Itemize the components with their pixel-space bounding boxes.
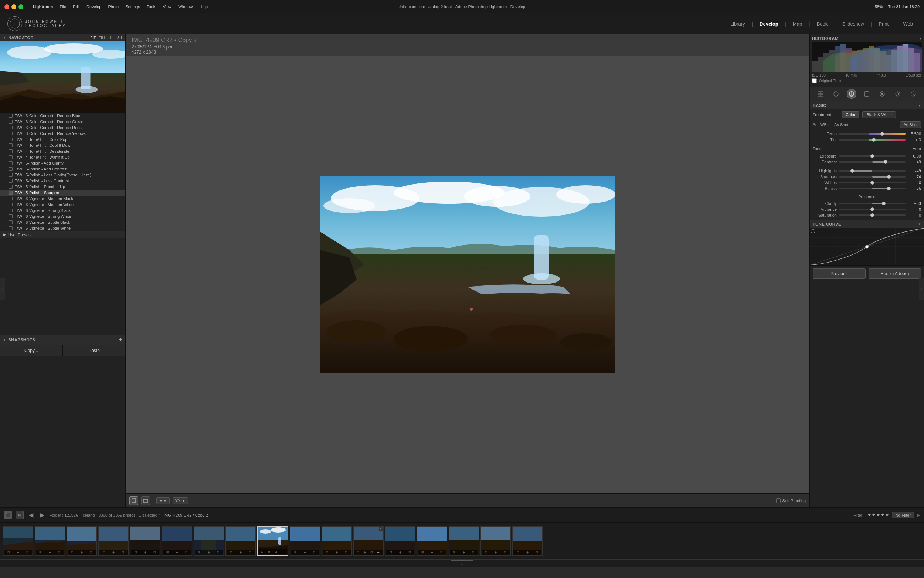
nav-book[interactable]: Book bbox=[813, 19, 832, 28]
bottom-arrow[interactable]: ▼ bbox=[0, 561, 924, 567]
film-thumb[interactable]: ⊞◆⊡ bbox=[130, 526, 160, 556]
nav-slideshow[interactable]: Slideshow bbox=[838, 19, 868, 28]
tint-slider[interactable] bbox=[839, 139, 906, 141]
preset-item[interactable]: TtW | 3-Color Correct - Reduce Yellows bbox=[0, 130, 125, 136]
film-thumb[interactable]: ⊞◆⊡ bbox=[322, 526, 352, 556]
preset-item[interactable]: TtW | 6-Vignette - Strong White bbox=[0, 213, 125, 219]
preset-item[interactable]: TtW | 6-Vignette - Subtle White bbox=[0, 225, 125, 231]
preset-item[interactable]: TtW | 6-Vignette - Subtle Black bbox=[0, 219, 125, 225]
nav-develop[interactable]: Develop bbox=[756, 19, 782, 28]
exposure-thumb[interactable] bbox=[871, 154, 874, 158]
menu-settings[interactable]: Settings bbox=[125, 5, 140, 9]
graduated-filter-tool[interactable] bbox=[877, 89, 887, 99]
crop-overlay-tool[interactable] bbox=[831, 89, 841, 99]
paste-button[interactable]: Paste bbox=[63, 345, 125, 356]
maximize-button[interactable] bbox=[18, 5, 23, 9]
original-photo-checkbox[interactable] bbox=[812, 78, 817, 83]
nav-library[interactable]: Library bbox=[727, 19, 749, 28]
basic-section-header[interactable]: Basic ▼ bbox=[810, 101, 924, 109]
aspect-ratio-tool[interactable] bbox=[141, 496, 150, 505]
whites-thumb[interactable] bbox=[871, 181, 874, 185]
soft-proof-checkbox[interactable] bbox=[776, 498, 781, 503]
close-button[interactable] bbox=[5, 5, 9, 9]
menu-develop[interactable]: Develop bbox=[86, 5, 101, 9]
nav-print[interactable]: Print bbox=[875, 19, 892, 28]
preset-item[interactable]: TtW | 6-Vignette - Medium White bbox=[0, 201, 125, 208]
star-1[interactable]: ★ bbox=[867, 513, 871, 517]
menu-tools[interactable]: Tools bbox=[147, 5, 156, 9]
treatment-color-btn[interactable]: Color bbox=[841, 111, 859, 118]
film-thumb[interactable]: ⊞◆⊡ bbox=[417, 526, 447, 556]
clarity-slider[interactable] bbox=[839, 203, 906, 204]
grid-tool[interactable] bbox=[816, 89, 825, 99]
film-thumb[interactable]: ⊞◆⊡ bbox=[512, 526, 542, 556]
star-5[interactable]: ★ bbox=[885, 513, 889, 517]
shadows-slider[interactable] bbox=[839, 176, 906, 177]
preset-item[interactable]: TtW | 3-Color Correct - Reduce Blue bbox=[0, 113, 125, 119]
contrast-slider[interactable] bbox=[839, 161, 906, 163]
film-thumb[interactable]: ⊞◆⊡ bbox=[3, 526, 33, 556]
preset-item[interactable]: TtW | 4-Tone/Tint - Cool It Down bbox=[0, 142, 125, 148]
nav-prev-btn[interactable]: ◀ bbox=[28, 511, 35, 518]
menu-help[interactable]: Help bbox=[199, 5, 208, 9]
film-thumb[interactable]: ⊞◆⊡ bbox=[225, 526, 256, 556]
wb-eyedropper[interactable]: ✎ bbox=[813, 122, 817, 128]
preset-item[interactable]: TtW | 6-Vignette - Strong Black bbox=[0, 208, 125, 213]
preset-item[interactable]: TtW | 6-Vignette - Medium Black bbox=[0, 196, 125, 201]
preset-item[interactable]: TtW | 4-Tone/Tint - Warm It Up bbox=[0, 154, 125, 160]
snapshots-header[interactable]: ▼ Snapshots + bbox=[0, 335, 125, 345]
zoom-fill[interactable]: FILL bbox=[99, 36, 106, 40]
preset-item[interactable]: TtW | 5-Polish - Add Contrast bbox=[0, 166, 125, 172]
minimize-button[interactable] bbox=[11, 5, 16, 9]
tone-curve-header[interactable]: Tone Curve ▼ bbox=[810, 220, 924, 228]
contrast-thumb[interactable] bbox=[884, 160, 887, 164]
film-thumb-selected[interactable]: ⊞◆⊡••• bbox=[257, 526, 288, 556]
film-thumb[interactable]: ⊞◆⊡ bbox=[162, 526, 192, 556]
whites-slider[interactable] bbox=[839, 182, 906, 183]
wb-dropdown[interactable]: As Shot bbox=[900, 121, 921, 128]
star-2[interactable]: ★ bbox=[872, 513, 875, 517]
treatment-bw-btn[interactable]: Black & White bbox=[862, 111, 895, 118]
tone-auto-button[interactable]: Auto bbox=[913, 146, 921, 153]
preset-item[interactable]: TtW | 5-Polish - Less Contrast bbox=[0, 178, 125, 184]
temp-thumb[interactable] bbox=[880, 132, 884, 136]
red-eye-tool[interactable] bbox=[862, 89, 872, 99]
preset-item[interactable]: TtW | 5-Polish - Less Clarity(Overall Ha… bbox=[0, 172, 125, 178]
blacks-slider[interactable] bbox=[839, 188, 906, 189]
preset-item[interactable]: TtW | 3-Color Correct - Reduce Greens bbox=[0, 119, 125, 125]
saturation-thumb[interactable] bbox=[871, 213, 874, 217]
aspect-dropdown[interactable]: ▼▼ bbox=[156, 497, 170, 504]
zoom-3to1[interactable]: 3:1 bbox=[117, 36, 122, 40]
vibrance-slider[interactable] bbox=[839, 209, 906, 210]
tone-curve-canvas[interactable] bbox=[810, 228, 924, 265]
nav-web[interactable]: Web bbox=[900, 19, 917, 28]
highlights-thumb[interactable] bbox=[850, 169, 854, 173]
preset-item[interactable]: TtW | 4-Tone/Tint - Desaturate bbox=[0, 148, 125, 154]
histogram-arrow[interactable]: ▼ bbox=[919, 37, 922, 40]
film-thumb[interactable]: ⊞◆⊡ bbox=[385, 526, 416, 556]
saturation-slider[interactable] bbox=[839, 214, 906, 216]
loupe-view-btn[interactable]: ⬛ bbox=[4, 511, 12, 519]
preset-item-selected[interactable]: TtW | 5-Polish - Sharpen bbox=[0, 190, 125, 196]
film-thumb[interactable]: ⊞◆⊡ bbox=[98, 526, 129, 556]
right-panel-collapse[interactable]: › bbox=[919, 278, 924, 300]
film-thumb[interactable]: 2 ⊞◆⊡••• bbox=[353, 526, 384, 556]
preset-item[interactable]: TtW | 5-Polish - Punch It Up bbox=[0, 184, 125, 190]
previous-button[interactable]: Previous bbox=[813, 268, 866, 279]
clarity-thumb[interactable] bbox=[882, 201, 885, 205]
preset-item[interactable]: TtW | 3-Color Correct - Reduce Reds bbox=[0, 125, 125, 130]
no-filter-dropdown[interactable]: No Filter bbox=[892, 512, 914, 518]
orientation-dropdown[interactable]: YY ▼ bbox=[173, 497, 188, 504]
zoom-fit[interactable]: FIT bbox=[90, 36, 96, 40]
radial-filter-tool[interactable] bbox=[893, 89, 903, 99]
film-thumb[interactable]: ⊞◆⊡ bbox=[449, 526, 479, 556]
crop-tool[interactable] bbox=[129, 496, 138, 505]
spot-removal-tool[interactable] bbox=[847, 89, 856, 99]
zoom-1to1[interactable]: 1:1 bbox=[109, 36, 114, 40]
film-thumb[interactable]: ⊞◆⊡ bbox=[35, 526, 65, 556]
nav-map[interactable]: Map bbox=[789, 19, 806, 28]
left-panel-collapse[interactable]: ‹ bbox=[0, 278, 5, 300]
preset-item[interactable]: TtW | 4-Tone/Tint - Color Pop bbox=[0, 136, 125, 142]
star-4[interactable]: ★ bbox=[881, 513, 884, 517]
highlights-slider[interactable] bbox=[839, 170, 906, 172]
